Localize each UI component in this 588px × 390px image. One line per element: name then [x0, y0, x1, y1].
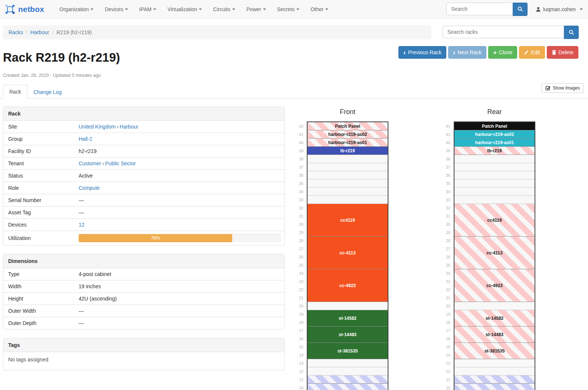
- nav-ipam[interactable]: IPAM: [134, 0, 162, 19]
- edit-button[interactable]: Edit: [519, 46, 545, 59]
- outer-width-value: —: [79, 305, 284, 317]
- tab-rack[interactable]: Rack: [3, 85, 27, 99]
- table-row: Asset Tag —: [3, 207, 284, 219]
- search-icon: [518, 6, 523, 12]
- table-row: Outer Width —: [3, 305, 284, 317]
- tenant-link[interactable]: Public Sector: [105, 160, 135, 166]
- nav-devices[interactable]: Devices: [99, 0, 134, 19]
- main-menu: Organization Devices IPAM Virtualization…: [54, 0, 334, 19]
- username: luqman.cohen: [543, 6, 576, 12]
- unit-number: 15: [295, 343, 303, 351]
- global-search-input[interactable]: [446, 3, 513, 15]
- unit-number: 35: [295, 179, 303, 188]
- nav-organization[interactable]: Organization: [54, 0, 99, 19]
- unit-number: 13: [442, 359, 450, 367]
- unit-number-column: 4241403938373635343332313029282726252423…: [295, 121, 307, 390]
- nav-circuits[interactable]: Circuits: [207, 0, 241, 19]
- rack-device-rear[interactable]: cc-4113: [454, 237, 535, 269]
- unit-number: 26: [295, 253, 303, 261]
- unit-number: 27: [295, 245, 303, 253]
- unit-number: 39: [442, 147, 450, 155]
- rack-units: Patch Panelharbour-r219-as02harbour-r219…: [454, 121, 535, 390]
- rack-device-front[interactable]: st-14582: [308, 310, 388, 326]
- nav-secrets[interactable]: Secrets: [272, 0, 305, 19]
- role-link[interactable]: Compute: [79, 185, 100, 191]
- show-images-button[interactable]: Show Images: [541, 83, 584, 93]
- rack-device-front[interactable]: lb-r219: [308, 147, 388, 155]
- unit-number: 38: [442, 155, 450, 163]
- unit-number: 23: [442, 277, 450, 286]
- rack-device-rear[interactable]: st-381535: [454, 343, 535, 359]
- height-value: 42U (ascending): [79, 293, 284, 305]
- chevron-down-icon: [325, 9, 328, 10]
- rack-device-rear[interactable]: st-14483: [454, 326, 535, 343]
- breadcrumb-racks-link[interactable]: Racks: [9, 29, 23, 35]
- nav-virtualization[interactable]: Virtualization: [162, 0, 207, 19]
- next-rack-button[interactable]: › Next Rack: [448, 46, 486, 59]
- table-row: Serial Number —: [3, 194, 284, 207]
- previous-rack-button[interactable]: ‹ Previous Rack: [398, 46, 446, 59]
- rack-device-rear[interactable]: cc-4923: [454, 269, 535, 302]
- rack-device-rear[interactable]: cc4119: [454, 204, 535, 237]
- tags-panel-title: Tags: [3, 338, 284, 352]
- rack-unit-reserved[interactable]: [308, 376, 388, 384]
- rack-device-front[interactable]: harbour-r219-as01: [308, 139, 388, 147]
- rack-device-rear[interactable]: st-14582: [454, 310, 535, 326]
- elevation-front: Front 4241403938373635343332313029282726…: [295, 107, 390, 390]
- tenant-group-link[interactable]: Customer: [79, 160, 101, 166]
- rack-device-front[interactable]: st-381535: [308, 343, 388, 359]
- rack-search-input[interactable]: [443, 26, 564, 38]
- rack-unit-reserved[interactable]: [454, 384, 535, 390]
- rack-unit-empty: [308, 179, 388, 188]
- rack-device-front[interactable]: st-14483: [308, 326, 388, 343]
- chevron-down-icon: [580, 9, 583, 10]
- asset-tag-value: —: [79, 207, 284, 219]
- clone-button[interactable]: + Clone: [488, 46, 518, 59]
- rack-unit-reserved[interactable]: [308, 384, 388, 390]
- breadcrumb-site-link[interactable]: Harbour: [30, 29, 49, 35]
- unit-number: 21: [442, 294, 450, 302]
- table-row: Height 42U (ascending): [3, 293, 284, 305]
- rack-device-rear[interactable]: harbour-r219-as02: [454, 130, 535, 139]
- rack-device-front[interactable]: cc4119: [308, 204, 388, 237]
- group-link[interactable]: Hall-2: [79, 136, 92, 142]
- devices-count-link[interactable]: 12: [79, 222, 85, 228]
- rack-device-front[interactable]: Patch Panel: [308, 122, 388, 130]
- rack-unit-empty: [454, 302, 535, 310]
- field-label: Utilization: [3, 231, 79, 246]
- unit-number: 12: [295, 367, 303, 376]
- field-label: Outer Depth: [3, 317, 79, 329]
- nav-other[interactable]: Other: [305, 0, 334, 19]
- rack-search-button[interactable]: [564, 26, 579, 39]
- rack-unit-empty: [308, 196, 388, 204]
- search-icon: [569, 30, 574, 35]
- nav-power[interactable]: Power: [241, 0, 272, 19]
- chevron-down-icon: [153, 9, 156, 10]
- rack-device-front[interactable]: harbour-r219-as02: [308, 130, 388, 139]
- rack-unit-empty: [454, 163, 535, 171]
- rack-device-rear[interactable]: harbour-r219-as01: [454, 139, 535, 147]
- site-link[interactable]: Harbour: [119, 124, 138, 130]
- unit-number: 42: [442, 122, 450, 130]
- rack-device-rear[interactable]: Patch Panel: [454, 122, 535, 130]
- user-icon: [536, 7, 541, 12]
- delete-button[interactable]: Delete: [547, 46, 578, 59]
- rack-device-front[interactable]: cc-4113: [308, 237, 388, 269]
- netbox-brand[interactable]: netbox: [0, 4, 48, 15]
- table-row: Utilization 76%: [3, 231, 284, 246]
- global-search-button[interactable]: [513, 3, 528, 16]
- unit-number: 25: [442, 261, 450, 269]
- rack-device-rear[interactable]: lb-r219: [454, 147, 535, 155]
- field-label: Asset Tag: [3, 207, 79, 219]
- rack-unit-empty: [454, 155, 535, 163]
- table-row: Group Hall-2: [3, 133, 284, 145]
- unit-number: 30: [442, 220, 450, 228]
- rack-unit-reserved[interactable]: [454, 376, 535, 384]
- region-link[interactable]: United Kingdom: [79, 124, 116, 130]
- table-row: Tenant Customer›Public Sector: [3, 157, 284, 170]
- user-menu[interactable]: luqman.cohen: [536, 6, 583, 12]
- rack-device-front[interactable]: cc-4923: [308, 269, 388, 302]
- table-row: Outer Depth —: [3, 317, 284, 329]
- tab-change-log[interactable]: Change Log: [27, 85, 68, 99]
- table-row: Devices 12: [3, 219, 284, 231]
